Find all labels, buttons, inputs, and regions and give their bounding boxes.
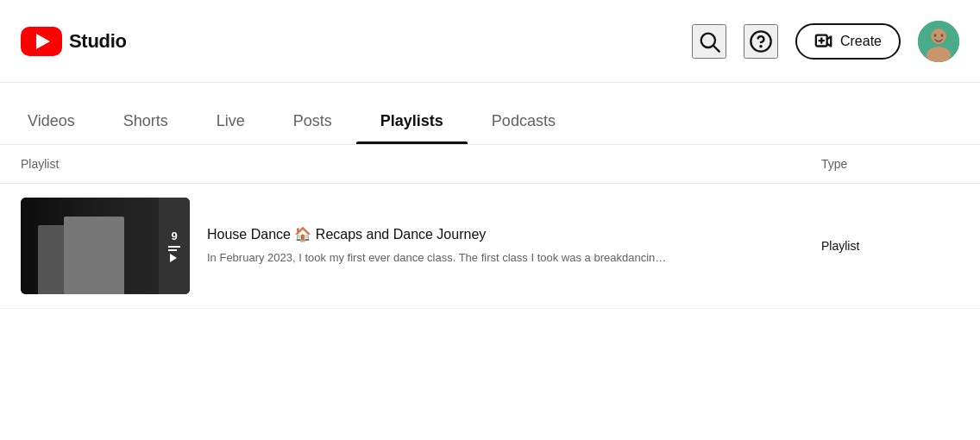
create-icon <box>814 32 833 51</box>
avatar-svg <box>918 21 959 62</box>
table-header: Playlist Type <box>0 145 980 184</box>
playlist-title[interactable]: House Dance 🏠 Recaps and Dance Journey <box>207 226 821 242</box>
queue-icon <box>168 246 180 262</box>
tab-live[interactable]: Live <box>192 112 269 144</box>
tab-posts[interactable]: Posts <box>269 112 356 144</box>
queue-line-2 <box>168 249 177 251</box>
header-left: Studio <box>21 27 127 56</box>
help-button[interactable] <box>744 24 778 59</box>
queue-line-1 <box>168 246 180 248</box>
avatar[interactable] <box>918 21 959 62</box>
svg-point-10 <box>934 34 937 36</box>
playlist-text: House Dance 🏠 Recaps and Dance Journey I… <box>207 226 821 267</box>
search-icon <box>697 29 721 53</box>
playlist-info: 9 House Dance 🏠 Recaps and Dance Journey… <box>21 198 821 294</box>
tabs-nav: Videos Shorts Live Posts Playlists Podca… <box>0 83 980 145</box>
table-row: 9 House Dance 🏠 Recaps and Dance Journey… <box>0 184 980 309</box>
header-right: Create <box>692 21 959 62</box>
col-header-type: Type <box>821 157 959 171</box>
playlist-description: In February 2023, I took my first ever d… <box>207 249 821 267</box>
thumbnail-side: 9 <box>159 198 190 294</box>
create-label: Create <box>840 34 882 49</box>
avatar-image <box>918 21 959 62</box>
playlist-type: Playlist <box>821 239 959 253</box>
header: Studio Create <box>0 0 980 83</box>
playlist-thumbnail[interactable]: 9 <box>21 198 190 294</box>
youtube-play-icon <box>21 27 62 56</box>
tab-playlists[interactable]: Playlists <box>356 112 468 144</box>
playlist-count: 9 <box>171 229 177 242</box>
tab-podcasts[interactable]: Podcasts <box>468 112 580 144</box>
queue-arrow <box>170 254 177 262</box>
create-button[interactable]: Create <box>795 23 901 60</box>
studio-text: Studio <box>69 30 127 53</box>
tab-shorts[interactable]: Shorts <box>99 112 192 144</box>
tab-videos[interactable]: Videos <box>21 112 99 144</box>
svg-line-1 <box>713 46 719 51</box>
youtube-studio-logo[interactable]: Studio <box>21 27 127 56</box>
help-icon <box>749 29 773 53</box>
col-header-playlist: Playlist <box>21 157 821 171</box>
svg-point-11 <box>941 34 944 36</box>
search-button[interactable] <box>692 24 726 59</box>
